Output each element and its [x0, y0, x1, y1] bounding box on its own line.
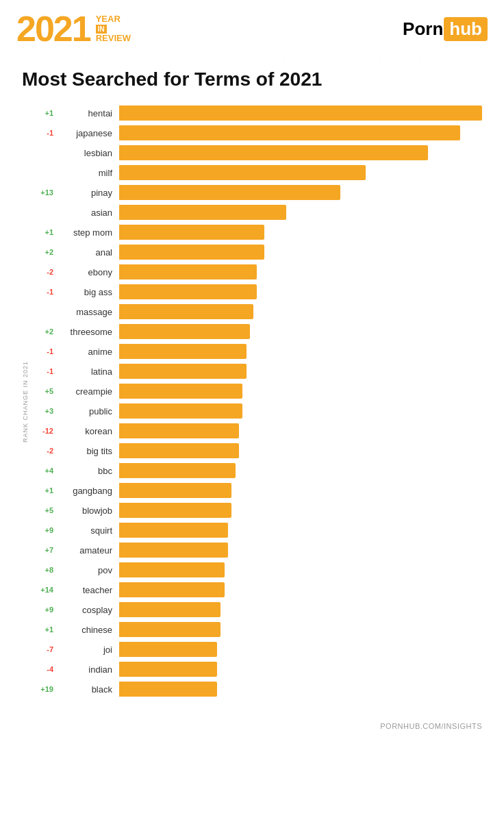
- bar-fill: [119, 443, 239, 458]
- bar-row: -12korean: [32, 422, 482, 440]
- rank-change: +3: [32, 407, 58, 415]
- bar-track: [119, 602, 482, 617]
- bar-track: [119, 403, 482, 419]
- bar-fill: [119, 503, 231, 518]
- bar-term-label: teacher: [58, 585, 119, 595]
- bar-track: [119, 682, 482, 697]
- logo-hub: hub: [444, 17, 488, 41]
- bar-row: +2threesome: [32, 323, 482, 340]
- bar-row: +1gangbang: [32, 482, 482, 499]
- bar-term-label: lesbian: [58, 148, 119, 158]
- rank-change: +1: [32, 228, 58, 236]
- bar-row: -7joi: [32, 640, 482, 658]
- bar-term-label: big ass: [58, 287, 119, 297]
- bar-fill: [119, 284, 257, 299]
- bar-row: -1latina: [32, 362, 482, 380]
- pornhub-logo: Porn hub: [403, 17, 488, 41]
- bar-track: [119, 264, 482, 279]
- bar-row: +13pinay: [32, 184, 482, 201]
- bar-fill: [119, 523, 228, 538]
- year-label: YEAR: [96, 14, 131, 24]
- bar-term-label: joi: [58, 645, 119, 655]
- bar-track: [119, 463, 482, 478]
- rank-change: +14: [32, 586, 58, 594]
- bar-row: +9squirt: [32, 521, 482, 539]
- bar-term-label: pinay: [58, 188, 119, 198]
- bar-term-label: squirt: [58, 525, 119, 536]
- review-label: REVIEW: [96, 34, 131, 43]
- rank-change: +9: [32, 606, 58, 614]
- bar-fill: [119, 344, 247, 359]
- rank-change: -7: [32, 645, 58, 653]
- bar-fill: [119, 602, 220, 617]
- bar-track: [119, 304, 482, 319]
- bar-fill: [119, 205, 286, 220]
- rank-change: +2: [32, 327, 58, 336]
- bar-term-label: creampie: [58, 386, 119, 397]
- bar-fill: [119, 682, 217, 697]
- bar-track: [119, 225, 482, 240]
- bar-term-label: pov: [58, 565, 119, 575]
- bar-row: +1hentai: [32, 104, 482, 122]
- bar-term-label: latina: [58, 366, 119, 377]
- bar-row: lesbian: [32, 144, 482, 162]
- bar-fill: [119, 622, 220, 637]
- bar-term-label: threesome: [58, 327, 119, 337]
- rank-change: -1: [32, 129, 58, 137]
- bar-track: [119, 622, 482, 637]
- rank-change: +4: [32, 466, 58, 475]
- bar-term-label: blowjob: [58, 506, 119, 516]
- bar-row: -1japanese: [32, 124, 482, 142]
- bar-term-label: step mom: [58, 227, 119, 238]
- year-review-logo: 2021 YEAR IN REVIEW: [16, 11, 131, 47]
- bar-track: [119, 562, 482, 577]
- bar-row: +4bbc: [32, 462, 482, 480]
- bar-row: massage: [32, 303, 482, 321]
- bar-row: -1big ass: [32, 283, 482, 301]
- bar-term-label: korean: [58, 426, 119, 436]
- bar-track: [119, 165, 482, 180]
- bar-track: [119, 284, 482, 299]
- bar-track: [119, 662, 482, 677]
- bar-fill: [119, 324, 250, 339]
- main-content: Most Searched for Terms of 2021 RANK CHA…: [0, 58, 504, 717]
- bar-term-label: public: [58, 406, 119, 416]
- bar-fill: [119, 582, 225, 597]
- bar-track: [119, 145, 482, 160]
- bar-row: -4indian: [32, 660, 482, 678]
- rank-change: +9: [32, 526, 58, 534]
- bar-track: [119, 523, 482, 538]
- rank-change: +1: [32, 625, 58, 634]
- bar-term-label: ebony: [58, 267, 119, 277]
- bar-fill: [119, 245, 264, 260]
- bar-track: [119, 125, 482, 140]
- bar-row: +5blowjob: [32, 501, 482, 519]
- bar-track: [119, 503, 482, 518]
- bar-track: [119, 384, 482, 399]
- rank-change: +7: [32, 546, 58, 554]
- bar-fill: [119, 105, 482, 121]
- rank-change: -12: [32, 427, 58, 435]
- bar-row: +2anal: [32, 243, 482, 261]
- bar-row: +19black: [32, 680, 482, 698]
- bar-row: +1chinese: [32, 621, 482, 638]
- bar-term-label: gangbang: [58, 486, 119, 496]
- bar-track: [119, 344, 482, 359]
- year-number: 2021: [16, 11, 90, 47]
- bar-term-label: amateur: [58, 545, 119, 556]
- bar-fill: [119, 562, 225, 577]
- bar-fill: [119, 125, 460, 140]
- bar-fill: [119, 483, 231, 498]
- rank-change: +5: [32, 506, 58, 514]
- bar-term-label: anal: [58, 247, 119, 258]
- bar-track: [119, 185, 482, 200]
- bar-term-label: chinese: [58, 625, 119, 635]
- review-text: YEAR IN REVIEW: [96, 14, 131, 43]
- bar-fill: [119, 264, 257, 279]
- bar-track: [119, 364, 482, 379]
- bar-fill: [119, 165, 366, 180]
- bar-row: -1anime: [32, 342, 482, 360]
- rank-change: +1: [32, 486, 58, 495]
- rank-change: -1: [32, 367, 58, 375]
- bar-fill: [119, 423, 239, 438]
